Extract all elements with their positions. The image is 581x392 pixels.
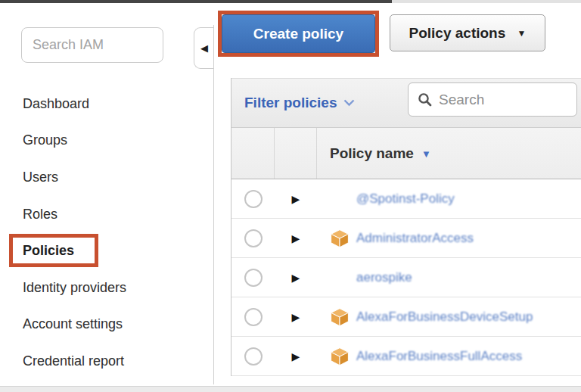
expand-row-icon[interactable]: ▶ xyxy=(292,233,300,244)
sort-desc-icon[interactable]: ▼ xyxy=(421,148,431,160)
sidebar-nav: Dashboard Groups Users Roles Policies Id… xyxy=(0,86,213,380)
sidebar-item-roles[interactable]: Roles xyxy=(0,196,213,233)
policy-row[interactable]: ▶ AdministratorAccess xyxy=(231,219,581,258)
table-header: Policy name ▼ xyxy=(231,128,581,179)
chevron-down-icon xyxy=(343,99,355,107)
filter-bar: Filter policies xyxy=(231,78,581,128)
aws-managed-policy-icon xyxy=(330,307,350,327)
sidebar-item-label: Identity providers xyxy=(23,280,126,296)
policies-table-panel: Filter policies Policy name ▼ xyxy=(231,78,581,376)
sidebar-item-label: Policies xyxy=(23,243,74,259)
policy-row[interactable]: ▶ aerospike xyxy=(231,258,581,297)
aws-iam-policies-page: Dashboard Groups Users Roles Policies Id… xyxy=(0,0,581,392)
policy-name-link[interactable]: aerospike xyxy=(356,270,412,285)
search-icon xyxy=(418,92,432,107)
iam-search-input[interactable] xyxy=(21,27,163,63)
sidebar-item-dashboard[interactable]: Dashboard xyxy=(0,86,213,123)
policy-name-link[interactable]: AdministratorAccess xyxy=(356,231,474,246)
sidebar-item-users[interactable]: Users xyxy=(0,159,213,196)
aws-managed-policy-icon xyxy=(330,229,350,248)
header-expand-column xyxy=(275,128,317,179)
caret-down-icon: ▼ xyxy=(517,28,527,39)
policy-search-input[interactable] xyxy=(439,92,567,108)
policy-name-column-header[interactable]: Policy name xyxy=(330,145,414,162)
filter-policies-dropdown[interactable]: Filter policies xyxy=(244,95,355,111)
sidebar: Dashboard Groups Users Roles Policies Id… xyxy=(0,3,213,386)
sidebar-item-label: Roles xyxy=(23,207,57,222)
policy-name-link[interactable]: AlexaForBusinessFullAccess xyxy=(356,349,522,364)
expand-row-icon[interactable]: ▶ xyxy=(292,272,300,283)
sidebar-divider xyxy=(213,25,214,384)
policy-name-link[interactable]: AlexaForBusinessDeviceSetup xyxy=(356,310,533,325)
sidebar-item-credential-report[interactable]: Credential report xyxy=(0,343,213,380)
create-policy-button[interactable]: Create policy xyxy=(222,14,375,53)
policy-name-link[interactable]: @Spotinst-Policy xyxy=(356,191,455,207)
sidebar-item-label: Groups xyxy=(23,132,67,148)
sidebar-item-identity-providers[interactable]: Identity providers xyxy=(0,269,213,306)
table-body: ▶ @Spotinst-Policy ▶ AdministratorAccess xyxy=(231,179,581,376)
sidebar-collapse-button[interactable]: ◀ xyxy=(194,27,214,69)
row-radio-button[interactable] xyxy=(244,269,263,287)
annotation-box-create-policy: Create policy xyxy=(218,11,379,57)
row-radio-button[interactable] xyxy=(244,190,263,208)
policy-row[interactable]: ▶ AlexaForBusinessDeviceSetup xyxy=(231,297,581,337)
policy-search-box xyxy=(408,82,577,117)
row-radio-button[interactable] xyxy=(244,308,263,326)
sidebar-item-label: Dashboard xyxy=(23,96,89,112)
sidebar-item-groups[interactable]: Groups xyxy=(0,123,213,160)
sidebar-item-label: Account settings xyxy=(23,316,123,332)
policy-row[interactable]: ▶ @Spotinst-Policy xyxy=(231,179,581,219)
policy-actions-label: Policy actions xyxy=(409,25,506,41)
sidebar-item-label: Users xyxy=(23,170,58,185)
policy-row[interactable]: ▶ AlexaForBusinessFullAccess xyxy=(231,337,581,376)
sidebar-item-account-settings[interactable]: Account settings xyxy=(0,306,213,344)
aws-managed-policy-icon xyxy=(330,347,350,366)
header-radio-column xyxy=(231,128,275,179)
window-bottom-edge xyxy=(0,386,581,392)
collapse-left-icon: ◀ xyxy=(200,43,208,53)
row-radio-button[interactable] xyxy=(244,229,263,247)
filter-policies-label: Filter policies xyxy=(244,95,337,111)
row-radio-button[interactable] xyxy=(244,347,263,366)
sidebar-item-label: Credential report xyxy=(23,353,124,369)
expand-row-icon[interactable]: ▶ xyxy=(292,351,300,362)
sidebar-item-policies[interactable]: Policies xyxy=(0,232,213,269)
expand-row-icon[interactable]: ▶ xyxy=(292,194,300,204)
expand-row-icon[interactable]: ▶ xyxy=(292,312,300,322)
policy-actions-button[interactable]: Policy actions ▼ xyxy=(390,14,545,51)
